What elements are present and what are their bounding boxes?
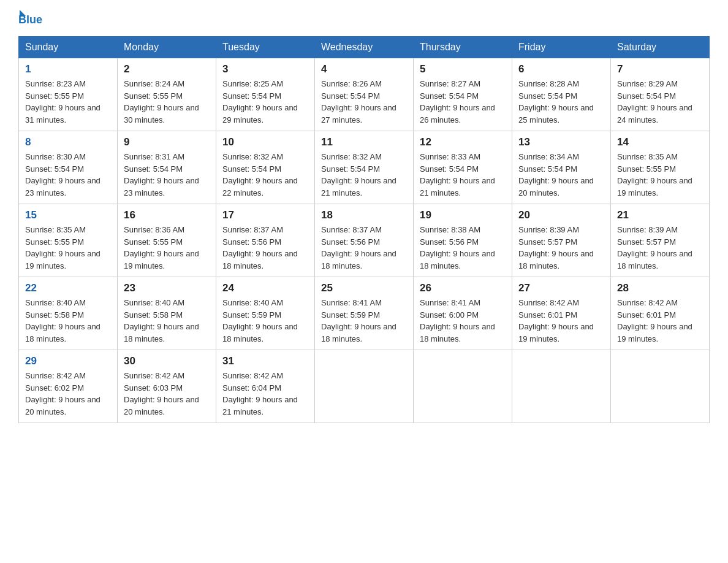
day-info: Sunrise: 8:42 AMSunset: 6:01 PMDaylight:… [617, 298, 692, 343]
day-info: Sunrise: 8:34 AMSunset: 5:54 PMDaylight:… [518, 152, 594, 197]
calendar-cell: 29 Sunrise: 8:42 AMSunset: 6:02 PMDaylig… [19, 350, 118, 423]
day-info: Sunrise: 8:41 AMSunset: 6:00 PMDaylight:… [420, 298, 495, 343]
day-info: Sunrise: 8:42 AMSunset: 6:04 PMDaylight:… [222, 371, 298, 416]
day-number: 25 [321, 282, 407, 294]
day-info: Sunrise: 8:32 AMSunset: 5:54 PMDaylight:… [321, 152, 396, 197]
day-number: 14 [617, 136, 703, 148]
calendar-body: 1 Sunrise: 8:23 AMSunset: 5:55 PMDayligh… [19, 58, 710, 423]
day-info: Sunrise: 8:27 AMSunset: 5:54 PMDaylight:… [420, 79, 495, 124]
day-info: Sunrise: 8:36 AMSunset: 5:55 PMDaylight:… [124, 225, 199, 270]
day-number: 6 [518, 63, 604, 75]
calendar-cell: 1 Sunrise: 8:23 AMSunset: 5:55 PMDayligh… [19, 58, 118, 131]
calendar-week-row: 1 Sunrise: 8:23 AMSunset: 5:55 PMDayligh… [19, 58, 710, 131]
day-info: Sunrise: 8:40 AMSunset: 5:58 PMDaylight:… [124, 298, 199, 343]
day-number: 3 [222, 63, 308, 75]
day-info: Sunrise: 8:39 AMSunset: 5:57 PMDaylight:… [518, 225, 594, 270]
day-number: 11 [321, 136, 407, 148]
calendar-cell: 22 Sunrise: 8:40 AMSunset: 5:58 PMDaylig… [19, 277, 118, 350]
calendar-cell: 28 Sunrise: 8:42 AMSunset: 6:01 PMDaylig… [611, 277, 710, 350]
day-number: 16 [124, 209, 210, 221]
day-info: Sunrise: 8:42 AMSunset: 6:02 PMDaylight:… [25, 371, 100, 416]
calendar-week-row: 22 Sunrise: 8:40 AMSunset: 5:58 PMDaylig… [19, 277, 710, 350]
calendar-cell: 6 Sunrise: 8:28 AMSunset: 5:54 PMDayligh… [512, 58, 611, 131]
calendar-cell: 12 Sunrise: 8:33 AMSunset: 5:54 PMDaylig… [414, 131, 512, 204]
weekday-row: SundayMondayTuesdayWednesdayThursdayFrid… [19, 37, 710, 58]
calendar-cell: 20 Sunrise: 8:39 AMSunset: 5:57 PMDaylig… [512, 204, 611, 277]
day-info: Sunrise: 8:40 AMSunset: 5:59 PMDaylight:… [222, 298, 298, 343]
day-info: Sunrise: 8:24 AMSunset: 5:55 PMDaylight:… [124, 79, 199, 124]
day-info: Sunrise: 8:37 AMSunset: 5:56 PMDaylight:… [321, 225, 396, 270]
day-info: Sunrise: 8:30 AMSunset: 5:54 PMDaylight:… [25, 152, 100, 197]
day-number: 7 [617, 63, 703, 75]
day-info: Sunrise: 8:38 AMSunset: 5:56 PMDaylight:… [420, 225, 495, 270]
calendar-week-row: 29 Sunrise: 8:42 AMSunset: 6:02 PMDaylig… [19, 350, 710, 423]
calendar-cell: 4 Sunrise: 8:26 AMSunset: 5:54 PMDayligh… [315, 58, 414, 131]
logo: Blue [18, 12, 42, 26]
calendar-cell [315, 350, 414, 423]
calendar-week-row: 15 Sunrise: 8:35 AMSunset: 5:55 PMDaylig… [19, 204, 710, 277]
day-number: 27 [518, 282, 604, 294]
calendar-cell: 21 Sunrise: 8:39 AMSunset: 5:57 PMDaylig… [611, 204, 710, 277]
day-info: Sunrise: 8:33 AMSunset: 5:54 PMDaylight:… [420, 152, 495, 197]
calendar-header: SundayMondayTuesdayWednesdayThursdayFrid… [19, 37, 710, 58]
day-info: Sunrise: 8:41 AMSunset: 5:59 PMDaylight:… [321, 298, 396, 343]
calendar-cell: 13 Sunrise: 8:34 AMSunset: 5:54 PMDaylig… [512, 131, 611, 204]
day-number: 21 [617, 209, 703, 221]
day-info: Sunrise: 8:42 AMSunset: 6:03 PMDaylight:… [124, 371, 199, 416]
calendar-cell: 31 Sunrise: 8:42 AMSunset: 6:04 PMDaylig… [216, 350, 315, 423]
calendar-cell [512, 350, 611, 423]
calendar-cell: 14 Sunrise: 8:35 AMSunset: 5:55 PMDaylig… [611, 131, 710, 204]
day-number: 15 [25, 209, 111, 221]
calendar-cell: 24 Sunrise: 8:40 AMSunset: 5:59 PMDaylig… [216, 277, 315, 350]
day-number: 26 [420, 282, 506, 294]
calendar-table: SundayMondayTuesdayWednesdayThursdayFrid… [18, 36, 710, 423]
calendar-cell: 26 Sunrise: 8:41 AMSunset: 6:00 PMDaylig… [414, 277, 512, 350]
day-number: 20 [518, 209, 604, 221]
day-info: Sunrise: 8:32 AMSunset: 5:54 PMDaylight:… [222, 152, 298, 197]
calendar-cell: 23 Sunrise: 8:40 AMSunset: 5:58 PMDaylig… [118, 277, 216, 350]
calendar-cell: 19 Sunrise: 8:38 AMSunset: 5:56 PMDaylig… [414, 204, 512, 277]
day-number: 5 [420, 63, 506, 75]
calendar-week-row: 8 Sunrise: 8:30 AMSunset: 5:54 PMDayligh… [19, 131, 710, 204]
day-info: Sunrise: 8:25 AMSunset: 5:54 PMDaylight:… [222, 79, 298, 124]
day-number: 18 [321, 209, 407, 221]
calendar-cell: 9 Sunrise: 8:31 AMSunset: 5:54 PMDayligh… [118, 131, 216, 204]
weekday-header: Monday [118, 37, 216, 58]
calendar-cell: 27 Sunrise: 8:42 AMSunset: 6:01 PMDaylig… [512, 277, 611, 350]
weekday-header: Friday [512, 37, 611, 58]
day-number: 23 [124, 282, 210, 294]
day-number: 10 [222, 136, 308, 148]
calendar-cell: 18 Sunrise: 8:37 AMSunset: 5:56 PMDaylig… [315, 204, 414, 277]
calendar-cell: 17 Sunrise: 8:37 AMSunset: 5:56 PMDaylig… [216, 204, 315, 277]
calendar-cell: 5 Sunrise: 8:27 AMSunset: 5:54 PMDayligh… [414, 58, 512, 131]
day-info: Sunrise: 8:29 AMSunset: 5:54 PMDaylight:… [617, 79, 692, 124]
day-info: Sunrise: 8:42 AMSunset: 6:01 PMDaylight:… [518, 298, 594, 343]
calendar-cell: 2 Sunrise: 8:24 AMSunset: 5:55 PMDayligh… [118, 58, 216, 131]
calendar-cell: 7 Sunrise: 8:29 AMSunset: 5:54 PMDayligh… [611, 58, 710, 131]
weekday-header: Wednesday [315, 37, 414, 58]
day-number: 2 [124, 63, 210, 75]
weekday-header: Sunday [19, 37, 118, 58]
calendar-cell: 11 Sunrise: 8:32 AMSunset: 5:54 PMDaylig… [315, 131, 414, 204]
day-number: 13 [518, 136, 604, 148]
calendar-cell: 10 Sunrise: 8:32 AMSunset: 5:54 PMDaylig… [216, 131, 315, 204]
day-number: 1 [25, 63, 111, 75]
day-info: Sunrise: 8:28 AMSunset: 5:54 PMDaylight:… [518, 79, 594, 124]
day-number: 28 [617, 282, 703, 294]
weekday-header: Tuesday [216, 37, 315, 58]
calendar-cell: 15 Sunrise: 8:35 AMSunset: 5:55 PMDaylig… [19, 204, 118, 277]
day-info: Sunrise: 8:40 AMSunset: 5:58 PMDaylight:… [25, 298, 100, 343]
day-number: 8 [25, 136, 111, 148]
day-info: Sunrise: 8:35 AMSunset: 5:55 PMDaylight:… [25, 225, 100, 270]
day-info: Sunrise: 8:23 AMSunset: 5:55 PMDaylight:… [25, 79, 100, 124]
calendar-cell: 16 Sunrise: 8:36 AMSunset: 5:55 PMDaylig… [118, 204, 216, 277]
day-number: 4 [321, 63, 407, 75]
calendar-cell: 25 Sunrise: 8:41 AMSunset: 5:59 PMDaylig… [315, 277, 414, 350]
day-number: 9 [124, 136, 210, 148]
day-number: 31 [222, 355, 308, 367]
calendar-cell: 8 Sunrise: 8:30 AMSunset: 5:54 PMDayligh… [19, 131, 118, 204]
day-info: Sunrise: 8:26 AMSunset: 5:54 PMDaylight:… [321, 79, 396, 124]
day-info: Sunrise: 8:35 AMSunset: 5:55 PMDaylight:… [617, 152, 692, 197]
day-info: Sunrise: 8:39 AMSunset: 5:57 PMDaylight:… [617, 225, 692, 270]
day-number: 24 [222, 282, 308, 294]
